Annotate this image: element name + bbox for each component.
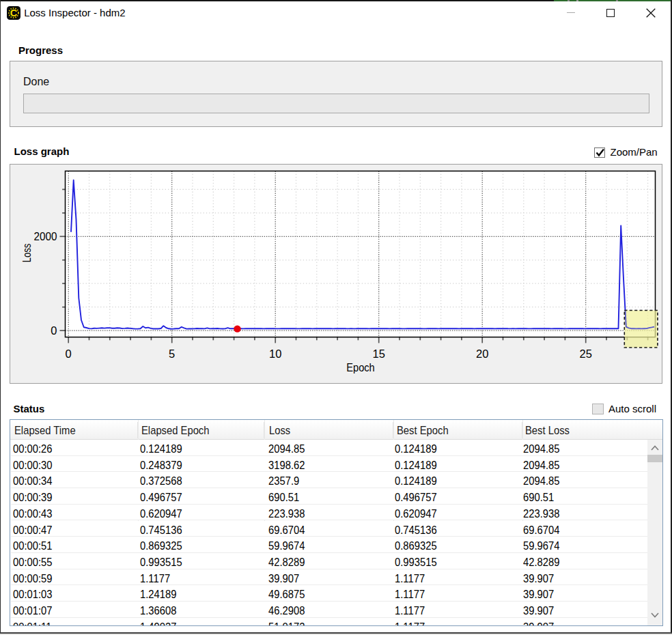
svg-text:15: 15	[373, 347, 385, 359]
svg-text:2000: 2000	[34, 229, 57, 242]
svg-text:5: 5	[169, 347, 175, 359]
svg-text:25: 25	[580, 347, 592, 359]
svg-text:Epoch: Epoch	[346, 361, 375, 373]
svg-text:C: C	[10, 8, 18, 18]
svg-text:0: 0	[51, 324, 57, 336]
svg-text:10: 10	[269, 347, 281, 359]
svg-text:20: 20	[476, 347, 488, 359]
svg-text:Loss: Loss	[21, 243, 33, 262]
svg-text:0: 0	[66, 347, 72, 359]
